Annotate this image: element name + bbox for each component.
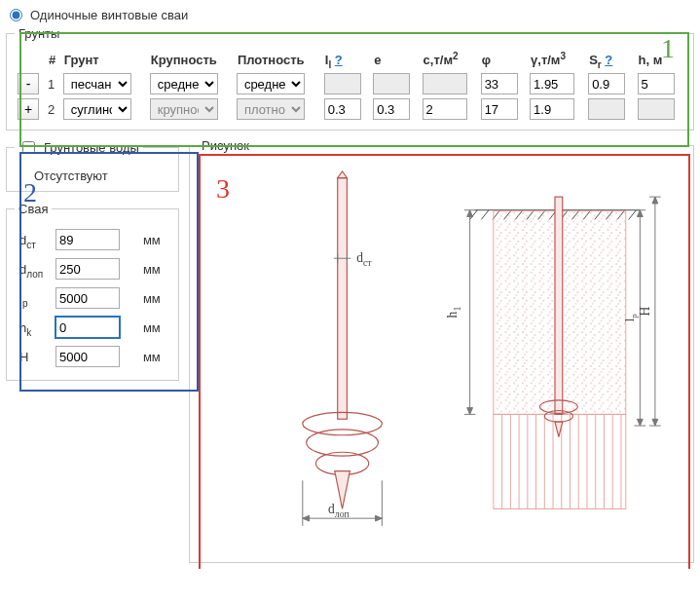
pile-type-label: Одиночные винтовые сваи xyxy=(30,8,188,22)
pile-param-label: dлоп xyxy=(18,257,51,281)
drawing-fieldset: Рисунок xyxy=(189,138,694,563)
pile-param-input[interactable] xyxy=(55,346,120,367)
groundwater-value: Отсутствуют xyxy=(15,163,170,185)
col-il: Il ? xyxy=(323,51,370,69)
col-phi: φ xyxy=(480,51,527,69)
gamma-input[interactable] xyxy=(530,73,574,94)
soil-density-select[interactable]: средней xyxy=(237,73,305,94)
drawing-legend: Рисунок xyxy=(198,138,253,153)
annotation-label-1: 1 xyxy=(661,33,675,64)
soils-fieldset: Грунты # Грунт Крупность Плотность Il ? … xyxy=(6,26,694,131)
col-coarse: Крупность xyxy=(149,51,234,69)
pile-param-unit: мм xyxy=(142,316,166,339)
col-density: Плотность xyxy=(236,51,321,69)
pile-param-label: hk xyxy=(18,316,51,339)
phi-input[interactable] xyxy=(481,98,518,120)
gamma-input[interactable] xyxy=(530,98,574,120)
sr-input[interactable] xyxy=(588,73,625,94)
soil-row-btn[interactable]: + xyxy=(18,98,39,120)
groundwater-checkbox[interactable] xyxy=(22,141,35,154)
soil-type-select[interactable]: песчаный xyxy=(63,73,131,94)
col-num: # xyxy=(47,51,60,69)
c-input[interactable] xyxy=(423,73,467,94)
soil-coarse-select[interactable]: крупность xyxy=(150,98,218,120)
pile-param-input[interactable] xyxy=(55,229,120,250)
pile-param-unit: мм xyxy=(142,257,166,281)
c-input[interactable] xyxy=(423,98,467,120)
soil-density-select[interactable]: плотность xyxy=(237,98,305,120)
pile-type-radio[interactable] xyxy=(10,9,22,21)
svg-text:h1: h1 xyxy=(445,307,462,319)
col-gamma: γ,т/м3 xyxy=(529,51,585,69)
svg-line-27 xyxy=(629,210,637,220)
h-input[interactable] xyxy=(638,73,675,94)
il-input[interactable] xyxy=(324,73,361,94)
soil-type-select[interactable]: суглинок xyxy=(63,98,131,120)
e-input[interactable] xyxy=(373,98,410,120)
sr-help-icon[interactable]: ? xyxy=(605,53,612,67)
svg-rect-0 xyxy=(338,178,348,420)
groundwater-legend: Грунтовые воды xyxy=(44,140,139,155)
pile-param-unit: мм xyxy=(142,286,166,310)
e-input[interactable] xyxy=(373,73,410,94)
soil-row-num: 2 xyxy=(47,98,60,120)
soil-coarse-select[interactable]: средней xyxy=(150,73,218,94)
svg-text:H: H xyxy=(638,306,652,316)
pile-param-unit: мм xyxy=(142,345,166,368)
soil-row-btn[interactable]: - xyxy=(18,73,39,94)
svg-text:dлоп: dлоп xyxy=(328,502,350,519)
phi-input[interactable] xyxy=(481,73,518,94)
pile-param-input[interactable] xyxy=(55,287,120,309)
soil-row-num: 1 xyxy=(47,73,60,94)
h-input[interactable] xyxy=(638,98,675,120)
sr-input[interactable] xyxy=(588,98,625,120)
svg-line-14 xyxy=(481,210,489,220)
annotation-label-3: 3 xyxy=(216,173,230,205)
col-e: e xyxy=(372,51,419,69)
soils-legend: Грунты xyxy=(15,26,63,41)
col-c: c,т/м2 xyxy=(422,51,478,69)
annotation-label-2: 2 xyxy=(23,177,37,208)
pile-fieldset: Свая dстммdлопммlрммhkммHмм xyxy=(6,202,179,381)
pile-param-unit: мм xyxy=(142,228,166,251)
pile-param-label: H xyxy=(18,345,51,368)
svg-rect-48 xyxy=(555,197,563,414)
col-h: h, м xyxy=(637,51,683,69)
il-help-icon[interactable]: ? xyxy=(335,53,343,67)
col-soil: Грунт xyxy=(62,51,147,69)
col-sr: Sr ? xyxy=(587,51,634,69)
pile-diagram: dст dлоп xyxy=(196,169,687,556)
pile-param-label: dст xyxy=(18,228,51,251)
svg-text:dст: dст xyxy=(356,250,372,268)
pile-param-input[interactable] xyxy=(55,258,120,280)
il-input[interactable] xyxy=(324,98,361,120)
pile-param-input[interactable] xyxy=(55,317,120,338)
pile-param-label: lр xyxy=(18,286,51,310)
